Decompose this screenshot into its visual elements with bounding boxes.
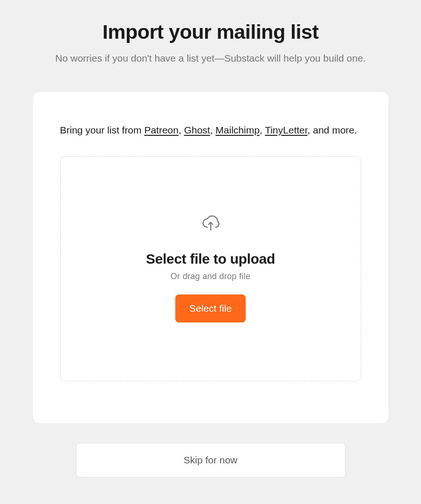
page-subtitle: No worries if you don't have a list yet—…: [55, 53, 366, 64]
select-file-button[interactable]: Select file: [175, 294, 246, 322]
skip-button[interactable]: Skip for now: [76, 443, 345, 477]
separator: ,: [179, 125, 184, 135]
source-link-tinyletter[interactable]: TinyLetter: [265, 125, 307, 135]
source-link-mailchimp[interactable]: Mailchimp: [215, 125, 260, 135]
source-suffix: , and more.: [308, 125, 357, 135]
cloud-upload-icon: [202, 215, 220, 233]
upload-subtitle: Or drag and drop file: [171, 272, 250, 281]
page-title: Import your mailing list: [103, 21, 318, 43]
import-card: Bring your list from Patreon, Ghost, Mai…: [33, 92, 388, 423]
source-list-text: Bring your list from Patreon, Ghost, Mai…: [60, 122, 361, 139]
file-dropzone[interactable]: Select file to upload Or drag and drop f…: [60, 156, 361, 381]
upload-title: Select file to upload: [146, 251, 275, 267]
source-link-ghost[interactable]: Ghost: [184, 125, 210, 135]
separator: ,: [210, 125, 216, 135]
source-prefix: Bring your list from: [60, 125, 145, 135]
separator: ,: [260, 125, 265, 135]
source-link-patreon[interactable]: Patreon: [144, 125, 179, 135]
